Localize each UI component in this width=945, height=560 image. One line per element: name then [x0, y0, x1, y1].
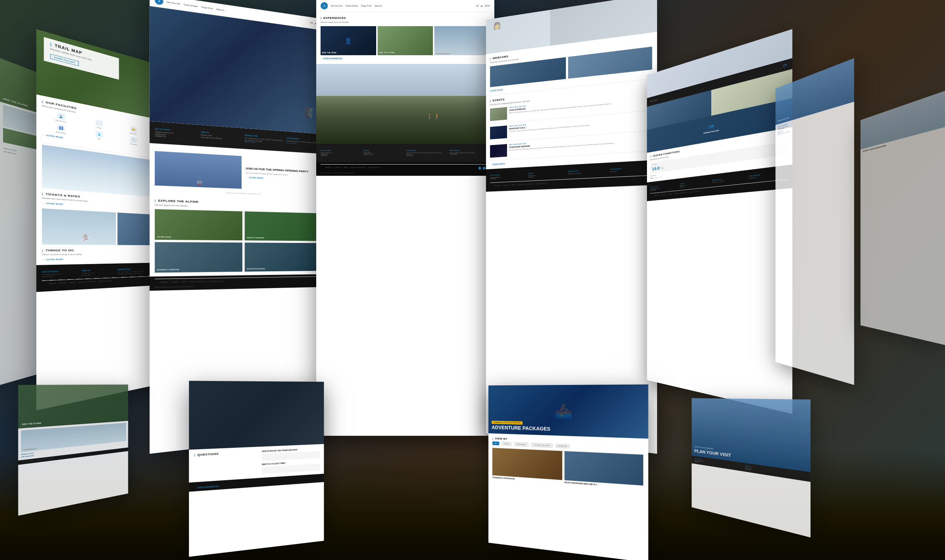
cr-wedding[interactable]: WEDDING POLICY	[535, 182, 548, 185]
explore-label-1: GETTING SOCIAL	[157, 236, 171, 238]
center-things[interactable]: Things To Do	[361, 5, 372, 7]
language-icon[interactable]: EN	[310, 22, 313, 24]
right-media[interactable]: MEDIA	[668, 193, 672, 195]
center-fu-info: Whistlers RoadJasper, AB, Canada	[364, 152, 404, 155]
center-footer: CAREERS CONTACT MEDIA TERMS & CONDITIONS…	[316, 162, 494, 176]
snowboarder-img: 🏂	[42, 208, 116, 245]
more-experiences-arrow: →	[321, 57, 322, 60]
more-experiences-link[interactable]: → MORE EXPERIENCES	[321, 57, 490, 60]
bl-snowshoers-label: SNOWSHOERS	[23, 447, 37, 450]
filter-sightseeing[interactable]: SIGHTSEEING	[514, 442, 529, 447]
questions-header: QUESTIONS	[194, 450, 258, 457]
view-by-section: VIEW BY ALL HIKING SIGHTSEEING CULTURE &…	[489, 433, 648, 493]
exp-card-tram[interactable]: 👤 RIDE THE TRAM	[321, 26, 376, 55]
experiences-section: EXPERIENCES Discover Jasper from new alt…	[316, 12, 494, 64]
nav-about[interactable]: About Us	[216, 8, 224, 11]
activity-ride-fly[interactable]: ROCKY MOUNTAINS RIDE AND FLY →	[564, 451, 643, 489]
filter-hiking[interactable]: HIKING	[502, 442, 512, 446]
more-exp-text: MORE EXPERIENCES	[197, 485, 219, 489]
ride-fly-img	[564, 451, 643, 486]
tram-person: 👤	[345, 37, 352, 44]
cl-wedding[interactable]: WEDDING POLICY	[210, 280, 224, 283]
terms-link[interactable]: TERMS & CONDITIONS	[78, 281, 96, 285]
temp-value: 14.0	[652, 166, 660, 171]
facility-restaurant: 🍴 Restaurant	[118, 134, 148, 147]
access-icon: ♿	[57, 124, 65, 132]
careers-link[interactable]: CAREERS	[48, 283, 56, 286]
panel-bottom-center-left: NOW OPEN SPRING FREQUENTLY ASKED QUESTIO…	[189, 381, 324, 557]
view-360-label: 360° VIEW	[650, 99, 657, 102]
filter-all[interactable]: ALL	[492, 441, 499, 445]
more-experiences-text: MORE EXPERIENCES	[324, 57, 342, 60]
cr-careers[interactable]: CAREERS	[494, 185, 501, 187]
faq-col-1: QUESTIONS	[194, 450, 258, 478]
faq-a1	[262, 451, 319, 461]
cl-contact[interactable]: CONTACT	[171, 281, 179, 283]
panel-right: 360° VIEW ⟳ 🗺 INTERACTIVE MAP JASPER CON…	[647, 29, 792, 414]
adv-text: COMMUNITY LISTING ADVENTURE ADVENTURE PA…	[489, 414, 554, 435]
tram-img-bg: 👤	[321, 26, 376, 55]
center-weather[interactable]: MCA5	[485, 5, 490, 7]
contact-link[interactable]: CONTACT	[59, 282, 67, 286]
cl-media[interactable]: MEDIA	[181, 281, 186, 283]
panel-bottom-right: START YOUR ADVENTURE PLAN YOUR VISIT GET…	[692, 398, 811, 537]
hike-card-img	[378, 26, 433, 55]
activity-canyon[interactable]: ATHABASCA CANYON RUN	[492, 448, 562, 483]
center-git-info: info@jasperskytram.com780-852-3093CONTAC…	[321, 152, 361, 157]
center-media[interactable]: MEDIA	[343, 167, 348, 169]
right-find-us: FIND US Whistlers RoadJasper, AB	[680, 180, 710, 188]
panel-far-right: PLAN YOUR VISIT GET IN TOUCH info@jasper…	[775, 58, 854, 385]
nav-tickets[interactable]: Tickets & Rates	[183, 3, 198, 8]
canyon-img	[492, 448, 562, 480]
cl-get-in-touch: GET IN TOUCH info@jasperskytram.com780-8…	[155, 128, 199, 140]
gondola-bg: 🚡	[155, 151, 242, 189]
nav-plan-visit[interactable]: Plan Your Visit	[167, 1, 180, 5]
center-plan-visit[interactable]: Plan Your Visit	[331, 5, 342, 7]
plan-visit-text: START YOUR ADVENTURE PLAN YOUR VISIT	[695, 446, 731, 458]
wedding-link[interactable]: WEDDING POLICY	[99, 280, 112, 284]
panel-center: J Plan Your Visit Tickets & Rates Things…	[316, 0, 494, 436]
center-twitter[interactable]: t	[483, 167, 486, 169]
center-mountain[interactable]: ⛰	[481, 5, 483, 7]
media-link[interactable]: MEDIA	[70, 282, 76, 285]
center-about[interactable]: About Us	[375, 5, 382, 7]
center-wedding[interactable]: WEDDING POLICY	[368, 167, 381, 169]
center-lang[interactable]: EN	[476, 5, 479, 7]
filter-adventure[interactable]: ADVENTURE	[555, 444, 570, 449]
temp-unit: °C	[661, 167, 664, 169]
center-terms[interactable]: TERMS & CONDITIONS	[350, 167, 366, 169]
right-contact[interactable]: CONTACT	[661, 194, 666, 196]
center-tickets[interactable]: Tickets & Rates	[345, 5, 358, 7]
cl-terms[interactable]: TERMS & CONDITIONS	[189, 280, 207, 283]
panel-extra-right: START YOUR ADVENTURE	[860, 91, 945, 345]
center-careers[interactable]: CAREERS	[325, 167, 332, 169]
experiences-subtitle: Discover Jasper from new altitudes	[321, 21, 490, 23]
right-terms[interactable]: TERMS & CONDITIONS	[674, 192, 687, 195]
faq-overlay	[189, 381, 324, 450]
snow-card-label: SNOWSHOEING	[436, 52, 450, 54]
center-nav-links[interactable]: Plan Your Visit Tickets & Rates Things T…	[331, 5, 473, 7]
center-facebook[interactable]: f	[478, 167, 481, 169]
explore-label-3: WICHARDS & CONDITIONS	[157, 268, 179, 271]
cr-terms[interactable]: TERMS & CONDITIONS	[518, 183, 533, 186]
right-careers[interactable]: CAREERS	[654, 194, 659, 197]
right-wedding[interactable]: WEDDING POLICY	[689, 190, 700, 193]
forecast-high: H: 14°	[655, 177, 658, 178]
exp-card-hike[interactable]: HIKE THE ALPINE	[378, 26, 433, 55]
cl-careers[interactable]: CAREERS	[160, 281, 168, 283]
sky-area	[316, 64, 494, 96]
cr-media[interactable]: MEDIA	[512, 184, 516, 186]
center-ta-info: Community, what are of the few things to…	[449, 152, 490, 155]
experiences-header: EXPERIENCES	[321, 16, 490, 20]
explore-img-4: ADVENTURE PACKAGES	[245, 243, 324, 272]
arrow-icon: →	[42, 133, 45, 136]
center-find-us: FIND US Whistlers RoadJasper, AB, Canada	[364, 150, 404, 157]
filter-culture[interactable]: CULTURE & WELLNESS	[531, 443, 552, 448]
newsletter-details: Get something hot from news, send us to …	[118, 270, 148, 275]
center-get-in-touch: GET IN TOUCH info@jasperskytram.com780-8…	[321, 150, 361, 157]
center-contact[interactable]: CONTACT	[334, 167, 341, 169]
center-social: f t	[478, 167, 486, 169]
cr-contact-link[interactable]: CONTACT	[503, 184, 509, 186]
nav-things[interactable]: Things To Do	[201, 6, 213, 10]
exp-card-snow[interactable]: SNOWSHOEING	[434, 26, 490, 55]
